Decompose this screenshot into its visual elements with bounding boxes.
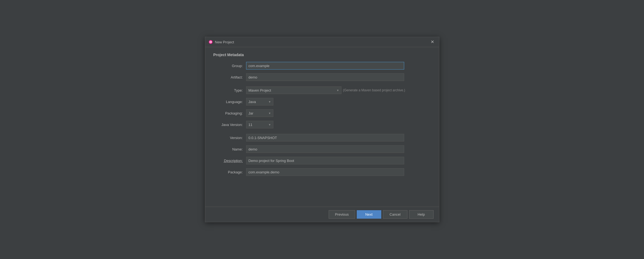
group-input[interactable] bbox=[246, 62, 404, 70]
dialog-footer: Previous Next Cancel Help bbox=[205, 207, 439, 222]
title-bar: New Project ✕ bbox=[205, 37, 439, 47]
java-version-label: Java Version: bbox=[213, 123, 246, 127]
group-row: Group: bbox=[213, 62, 431, 70]
package-label: Package: bbox=[213, 170, 246, 174]
name-row: Name: bbox=[213, 145, 431, 153]
dialog-icon bbox=[208, 40, 213, 44]
cancel-button[interactable]: Cancel bbox=[383, 210, 407, 219]
language-row: Language: Java Kotlin Groovy ▼ bbox=[213, 98, 431, 106]
language-select[interactable]: Java Kotlin Groovy bbox=[246, 98, 273, 106]
dialog-content: Project Metadata Group: Artifact: Type: … bbox=[205, 47, 439, 207]
java-version-select[interactable]: 11 17 8 bbox=[246, 121, 273, 128]
help-button[interactable]: Help bbox=[409, 210, 434, 219]
description-label: Description: bbox=[213, 159, 246, 163]
name-label: Name: bbox=[213, 147, 246, 151]
language-label: Language: bbox=[213, 100, 246, 104]
type-select-wrapper: Maven Project Gradle Project ▼ bbox=[246, 86, 341, 94]
group-label: Group: bbox=[213, 64, 246, 68]
name-input[interactable] bbox=[246, 145, 404, 153]
svg-point-2 bbox=[210, 41, 211, 43]
packaging-select-wrapper: Jar War ▼ bbox=[246, 109, 273, 117]
packaging-label: Packaging: bbox=[213, 111, 246, 115]
section-title: Project Metadata bbox=[213, 53, 431, 57]
description-input[interactable] bbox=[246, 157, 404, 164]
type-select[interactable]: Maven Project Gradle Project bbox=[246, 86, 341, 94]
dialog-title: New Project bbox=[215, 40, 429, 44]
version-input[interactable] bbox=[246, 134, 404, 141]
language-select-wrapper: Java Kotlin Groovy ▼ bbox=[246, 98, 273, 106]
new-project-dialog: New Project ✕ Project Metadata Group: Ar… bbox=[205, 37, 439, 222]
version-row: Version: bbox=[213, 134, 431, 141]
artifact-row: Artifact: bbox=[213, 73, 431, 81]
type-label: Type: bbox=[213, 88, 246, 92]
java-version-select-wrapper: 11 17 8 ▼ bbox=[246, 121, 273, 128]
type-description: (Generate a Maven based project archive.… bbox=[343, 88, 405, 92]
type-row: Type: Maven Project Gradle Project ▼ (Ge… bbox=[213, 86, 431, 94]
description-row: Description: bbox=[213, 157, 431, 164]
package-input[interactable] bbox=[246, 168, 404, 176]
close-button[interactable]: ✕ bbox=[429, 39, 436, 45]
java-version-row: Java Version: 11 17 8 ▼ bbox=[213, 121, 431, 128]
package-row: Package: bbox=[213, 168, 431, 176]
packaging-select[interactable]: Jar War bbox=[246, 109, 273, 117]
version-label: Version: bbox=[213, 136, 246, 140]
artifact-input[interactable] bbox=[246, 73, 404, 81]
packaging-row: Packaging: Jar War ▼ bbox=[213, 109, 431, 117]
next-button[interactable]: Next bbox=[357, 210, 381, 219]
artifact-label: Artifact: bbox=[213, 75, 246, 79]
previous-button[interactable]: Previous bbox=[329, 210, 355, 219]
